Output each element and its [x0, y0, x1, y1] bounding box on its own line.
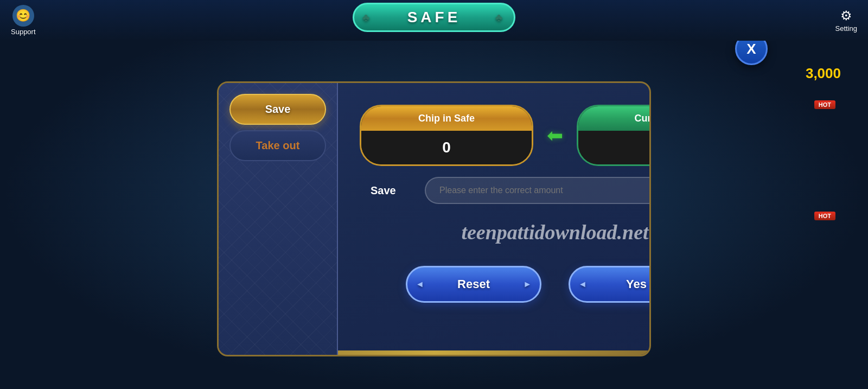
support-button[interactable]: 😊 Support [11, 5, 36, 36]
current-chip-value: 0 [578, 131, 651, 164]
save-amount-input[interactable] [425, 177, 651, 204]
bg-value: 3,000 [806, 65, 841, 82]
take-out-tab[interactable]: Take out [229, 130, 326, 161]
save-tab[interactable]: Save [229, 94, 326, 125]
save-field-label: Save [371, 184, 414, 197]
current-chip-box: Current chip 0 [577, 105, 651, 166]
support-label: Support [11, 28, 36, 36]
hot-badge-1: HOT [814, 100, 835, 109]
chip-in-safe-label: Chip in Safe [361, 106, 532, 131]
sidebar: Save Take out [219, 83, 338, 355]
top-bar: 😊 Support Guest37 Bonus 0 ID 4218811 SAF… [0, 0, 868, 41]
modal-wrapper: X Save Take out Chip in Safe 0 ⬅ Current… [108, 41, 760, 373]
setting-label: Setting [835, 24, 857, 33]
modal-title: SAFE [353, 3, 515, 32]
transfer-arrow-icon: ⬅ [547, 124, 563, 147]
hot-badge-2: HOT [814, 212, 835, 220]
chip-in-safe-value: 0 [361, 131, 532, 164]
chip-row: Chip in Safe 0 ⬅ Current chip 0 [360, 105, 651, 166]
watermark: teenpattidownload.net [360, 215, 651, 250]
action-buttons: Reset Yes [360, 266, 651, 303]
yes-button[interactable]: Yes [569, 266, 651, 303]
right-value: 3,000 [806, 65, 841, 81]
gear-icon: ⚙ [840, 8, 852, 23]
chip-in-safe-box: Chip in Safe 0 [360, 105, 533, 166]
current-chip-label: Current chip [578, 106, 651, 131]
setting-button[interactable]: ⚙ Setting [835, 8, 857, 33]
save-row: Save [360, 177, 651, 204]
safe-modal: Save Take out Chip in Safe 0 ⬅ Current c… [217, 81, 651, 356]
main-content: Chip in Safe 0 ⬅ Current chip 0 Save tee… [338, 83, 651, 355]
reset-button[interactable]: Reset [406, 266, 541, 303]
support-icon: 😊 [12, 5, 34, 27]
